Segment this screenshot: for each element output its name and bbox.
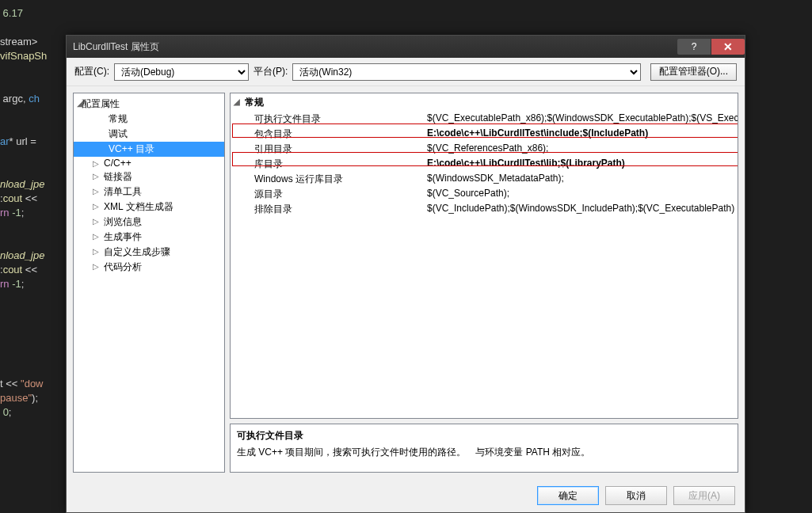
platform-label: 平台(P): bbox=[254, 65, 288, 78]
grid-value[interactable]: E:\code\c++\LibCurdllTest\include;$(Incl… bbox=[422, 127, 738, 142]
config-label: 配置(C): bbox=[74, 65, 109, 78]
close-icon: ✕ bbox=[723, 40, 733, 53]
property-grid[interactable]: ◢ 常规 可执行文件目录$(VC_ExecutablePath_x86);$(W… bbox=[230, 93, 738, 419]
tree-item-label: VC++ 目录 bbox=[109, 143, 154, 154]
property-tree[interactable]: ◢ 配置属性 常规调试VC++ 目录▷C/C++▷链接器▷清单工具▷XML 文档… bbox=[73, 93, 225, 473]
ok-button[interactable]: 确定 bbox=[537, 486, 599, 505]
tree-item[interactable]: ▷生成事件 bbox=[74, 230, 224, 245]
triangle-down-icon: ◢ bbox=[77, 99, 83, 108]
grid-key: Windows 运行库目录 bbox=[231, 172, 422, 187]
grid-value[interactable]: $(VC_ExecutablePath_x86);$(WindowsSDK_Ex… bbox=[422, 112, 738, 127]
grid-row[interactable]: 排除目录$(VC_IncludePath);$(WindowsSDK_Inclu… bbox=[231, 202, 738, 217]
tree-item-label: 代码分析 bbox=[104, 261, 142, 272]
grid-value[interactable]: $(VC_SourcePath); bbox=[422, 187, 738, 202]
description-text: 生成 VC++ 项目期间，搜索可执行文件时使用的路径。 与环境变量 PATH 相… bbox=[237, 446, 731, 459]
grid-key: 可执行文件目录 bbox=[231, 112, 422, 127]
triangle-right-icon: ▷ bbox=[93, 159, 99, 168]
tree-item[interactable]: ▷链接器 bbox=[74, 169, 224, 184]
grid-row[interactable]: 引用目录$(VC_ReferencesPath_x86); bbox=[231, 142, 738, 157]
tree-item-label: 生成事件 bbox=[104, 231, 142, 242]
tree-item[interactable]: ▷清单工具 bbox=[74, 184, 224, 200]
close-button[interactable]: ✕ bbox=[711, 39, 745, 55]
tree-item[interactable]: ▷XML 文档生成器 bbox=[74, 200, 224, 215]
triangle-right-icon: ▷ bbox=[93, 202, 99, 211]
tree-item-label: 浏览信息 bbox=[104, 216, 142, 227]
triangle-right-icon: ▷ bbox=[93, 172, 99, 180]
tree-item[interactable]: VC++ 目录 bbox=[74, 142, 224, 157]
triangle-right-icon: ▷ bbox=[93, 247, 99, 256]
description-title: 可执行文件目录 bbox=[237, 429, 731, 443]
tree-item-label: XML 文档生成器 bbox=[104, 201, 173, 212]
grid-row[interactable]: Windows 运行库目录$(WindowsSDK_MetadataPath); bbox=[231, 172, 738, 187]
triangle-right-icon: ▷ bbox=[93, 262, 99, 271]
cancel-button[interactable]: 取消 bbox=[605, 486, 667, 505]
dialog-button-bar: 确定 取消 应用(A) bbox=[67, 479, 745, 512]
grid-key: 包含目录 bbox=[231, 127, 422, 142]
apply-button[interactable]: 应用(A) bbox=[673, 486, 735, 505]
triangle-down-icon: ◢ bbox=[234, 97, 240, 106]
dialog-title: LibCurdllTest 属性页 bbox=[73, 40, 677, 54]
grid-value[interactable]: $(VC_ReferencesPath_x86); bbox=[422, 142, 738, 157]
config-manager-button[interactable]: 配置管理器(O)... bbox=[650, 63, 737, 81]
grid-section-header: ◢ 常规 bbox=[231, 93, 738, 112]
tree-item-label: 自定义生成步骤 bbox=[104, 246, 170, 257]
triangle-right-icon: ▷ bbox=[93, 232, 99, 241]
tree-item-label: 清单工具 bbox=[104, 186, 142, 197]
description-panel: 可执行文件目录 生成 VC++ 项目期间，搜索可执行文件时使用的路径。 与环境变… bbox=[230, 424, 738, 473]
grid-row[interactable]: 可执行文件目录$(VC_ExecutablePath_x86);$(Window… bbox=[231, 112, 738, 127]
help-button[interactable]: ? bbox=[677, 39, 711, 55]
tree-item[interactable]: 调试 bbox=[74, 127, 224, 142]
tree-item[interactable]: ▷自定义生成步骤 bbox=[74, 245, 224, 260]
grid-row[interactable]: 包含目录E:\code\c++\LibCurdllTest\include;$(… bbox=[231, 127, 738, 142]
tree-item[interactable]: ▷C/C++ bbox=[74, 157, 224, 169]
grid-value[interactable]: E:\code\c++\LibCurdllTest\lib;$(LibraryP… bbox=[422, 157, 738, 172]
grid-value[interactable]: $(WindowsSDK_MetadataPath); bbox=[422, 172, 738, 187]
triangle-right-icon: ▷ bbox=[93, 217, 99, 226]
platform-combo[interactable]: 活动(Win32) bbox=[292, 63, 640, 81]
titlebar[interactable]: LibCurdllTest 属性页 ? ✕ bbox=[67, 36, 745, 58]
grid-row[interactable]: 库目录E:\code\c++\LibCurdllTest\lib;$(Libra… bbox=[231, 157, 738, 172]
tree-item[interactable]: ▷代码分析 bbox=[74, 260, 224, 275]
tree-item[interactable]: 常规 bbox=[74, 112, 224, 127]
triangle-right-icon: ▷ bbox=[93, 187, 99, 196]
grid-row[interactable]: 源目录$(VC_SourcePath); bbox=[231, 187, 738, 202]
grid-key: 排除目录 bbox=[231, 202, 422, 217]
grid-key: 引用目录 bbox=[231, 142, 422, 157]
grid-value[interactable]: $(VC_IncludePath);$(WindowsSDK_IncludePa… bbox=[422, 202, 738, 217]
grid-key: 源目录 bbox=[231, 187, 422, 202]
tree-item-label: C/C++ bbox=[104, 158, 132, 169]
configuration-combo[interactable]: 活动(Debug) bbox=[114, 63, 249, 81]
grid-key: 库目录 bbox=[231, 157, 422, 172]
tree-item-label: 常规 bbox=[109, 113, 128, 124]
config-toolbar: 配置(C): 活动(Debug) 平台(P): 活动(Win32) 配置管理器(… bbox=[67, 58, 745, 86]
tree-item[interactable]: ▷浏览信息 bbox=[74, 215, 224, 230]
tree-item-label: 链接器 bbox=[104, 171, 132, 182]
tree-root[interactable]: ◢ 配置属性 bbox=[74, 97, 224, 112]
tree-item-label: 调试 bbox=[109, 128, 128, 139]
property-dialog: LibCurdllTest 属性页 ? ✕ 配置(C): 活动(Debug) 平… bbox=[66, 35, 745, 513]
